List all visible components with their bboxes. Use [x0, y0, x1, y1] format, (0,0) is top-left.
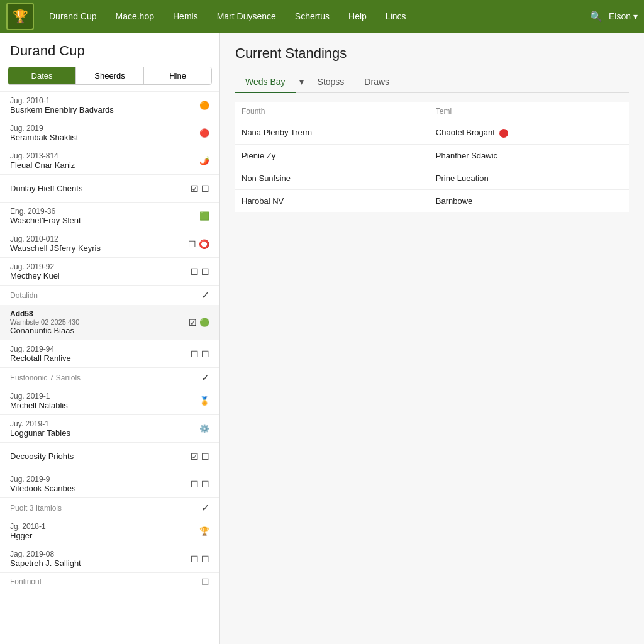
- list-item[interactable]: Juy. 2019-1 Loggunar Tables ⚙️: [0, 415, 219, 443]
- checkmark-icon: ✓: [201, 289, 209, 301]
- checkbox-icon[interactable]: ☐: [191, 554, 199, 564]
- item-icon: 🔴: [199, 128, 209, 138]
- nav-link-schertus[interactable]: Schertus: [286, 8, 338, 25]
- nav-link-durand-cup[interactable]: Durand Cup: [40, 8, 106, 25]
- red-dot-icon: [499, 129, 508, 138]
- tab-sheerds[interactable]: Sheerds: [76, 67, 144, 84]
- list-section: Jug. 2010-1 Busrkem Enenbiry Badvards 🟠 …: [0, 91, 219, 591]
- checkbox-icon2[interactable]: ☐: [201, 267, 209, 277]
- nav-links: Durand Cup Mace.hop Hemls Mart Duysence …: [40, 8, 590, 25]
- table-row: Pienie Zy Phanther Sdawic: [235, 144, 629, 167]
- standings-table: Founth Teml Nana Plenby Trerm Chaotel Br…: [235, 102, 629, 212]
- checkbox-icon[interactable]: ☐: [201, 452, 209, 462]
- left-tab-bar: Dates Sheerds Hine: [8, 67, 212, 85]
- checkbox-icon[interactable]: ☐: [191, 349, 199, 359]
- left-panel-title: Durand Cup: [0, 43, 219, 67]
- search-icon[interactable]: 🔍: [590, 11, 602, 23]
- table-cell: Nana Plenby Trerm: [235, 121, 430, 145]
- tab-hine[interactable]: Hine: [144, 67, 211, 84]
- list-item[interactable]: Jug. 2019-1 Mrchell Nalablis 🏅: [0, 387, 219, 415]
- nav-link-help[interactable]: Help: [340, 8, 375, 25]
- right-panel-title: Current Standings: [235, 45, 629, 62]
- list-item[interactable]: Jug. 2019-9 Vitedook Scanbes ☐ ☐: [0, 470, 219, 498]
- nav-link-lincs[interactable]: Lincs: [377, 8, 415, 25]
- list-item[interactable]: Jag. 2019-08 Sapetreh J. Sallight ☐ ☐: [0, 545, 219, 573]
- list-item[interactable]: Decoosity Priohts ☑ ☐: [0, 443, 219, 470]
- main-container: Durand Cup Dates Sheerds Hine Jug. 2010-…: [0, 33, 644, 644]
- tab-weds-bay[interactable]: Weds Bay: [235, 72, 296, 93]
- checkmark-icon: ✓: [201, 502, 209, 514]
- item-icon: 🟠: [199, 101, 209, 110]
- nav-link-mace-hop[interactable]: Mace.hop: [107, 8, 163, 25]
- list-item[interactable]: Jg. 2018-1 Hgger 🏆: [0, 518, 219, 545]
- user-menu[interactable]: Elson ▾: [609, 11, 638, 21]
- tab-weds-bay-dropdown[interactable]: ▾: [296, 72, 308, 93]
- right-panel: Current Standings Weds Bay ▾ Stopss Draw…: [220, 33, 644, 644]
- item-icon: 🌶️: [199, 156, 209, 165]
- table-cell: Harobal NV: [235, 189, 430, 212]
- list-item[interactable]: Dunlay Hieff Chents ☑ ☐: [0, 175, 219, 203]
- item-icon: 🏅: [199, 396, 209, 406]
- list-item[interactable]: Jug. 2010-1 Busrkem Enenbiry Badvards 🟠: [0, 92, 219, 119]
- item-icon: 🏆: [199, 526, 209, 536]
- tab-dates[interactable]: Dates: [8, 67, 76, 84]
- user-label: Elson: [609, 11, 631, 21]
- chevron-down-icon: ▾: [633, 11, 638, 21]
- checkbox-icon2[interactable]: ☐: [201, 479, 209, 489]
- standings-tab-bar: Weds Bay ▾ Stopss Draws: [235, 72, 629, 93]
- list-item[interactable]: Jug. 2019 Berambak Shaklist 🔴: [0, 119, 219, 147]
- table-row: Nana Plenby Trerm Chaotel Brogant: [235, 121, 629, 145]
- section-label: Eustononic 7 Saniols ✓: [0, 368, 219, 387]
- item-icon: 🟢: [199, 318, 209, 327]
- table-row: Non Sunfsine Prine Lueation: [235, 167, 629, 189]
- nav-logo: 🏆: [6, 3, 34, 30]
- table-cell: Phanther Sdawic: [430, 144, 629, 167]
- table-row: Harobal NV Barnbowe: [235, 189, 629, 212]
- nav-link-mart-duysence[interactable]: Mart Duysence: [208, 8, 285, 25]
- list-item[interactable]: Jug. 2010-012 Wauschell JSferry Keyris ☐…: [0, 230, 219, 258]
- checkbox-checked-icon[interactable]: ☑: [189, 318, 197, 328]
- col-header-teml: Teml: [430, 102, 629, 121]
- table-cell: Pienie Zy: [235, 144, 430, 167]
- tab-stopss[interactable]: Stopss: [308, 72, 355, 93]
- table-cell: Prine Lueation: [430, 167, 629, 189]
- checkbox-icon2[interactable]: ☐: [201, 349, 209, 359]
- table-cell: Non Sunfsine: [235, 167, 430, 189]
- checkbox-icon2[interactable]: ☐: [201, 554, 209, 564]
- table-cell: Chaotel Brogant: [430, 121, 629, 145]
- list-item[interactable]: Jug. 2013-814 Fleual Cnar Kaniz 🌶️: [0, 147, 219, 175]
- checkbox-icon[interactable]: ☐: [191, 479, 199, 489]
- nav-link-hemls[interactable]: Hemls: [164, 8, 207, 25]
- checkbox-checked-icon[interactable]: ☑: [191, 452, 199, 462]
- checkbox-icon[interactable]: ☐: [201, 184, 209, 194]
- section-label-fontinout: Fontinout ☐: [0, 573, 219, 591]
- list-item[interactable]: Eng. 2019-36 Waschet'Eray Slent 🟩: [0, 203, 219, 230]
- checkbox-icon[interactable]: ☐: [191, 267, 199, 277]
- circle-icon: ⭕: [199, 239, 209, 249]
- checkmark-icon: ✓: [201, 372, 209, 384]
- checkbox-checked-icon[interactable]: ☑: [191, 184, 199, 194]
- section-label: Puolt 3 Itamiols ✓: [0, 498, 219, 518]
- tab-draws[interactable]: Draws: [354, 72, 399, 93]
- item-icon: ⚙️: [199, 424, 209, 433]
- table-cell: Barnbowe: [430, 189, 629, 212]
- list-item[interactable]: Jug. 2019-94 Reclotall Ranlive ☐ ☐: [0, 340, 219, 368]
- checkbox-icon[interactable]: ☐: [201, 577, 209, 587]
- list-item[interactable]: Add58 Wambste 02 2025 430 Conanuntic Bia…: [0, 305, 219, 340]
- navbar: 🏆 Durand Cup Mace.hop Hemls Mart Duysenc…: [0, 0, 644, 33]
- item-icon: 🟩: [199, 211, 209, 221]
- trophy-icon: 🏆: [13, 9, 28, 24]
- nav-right: 🔍 Elson ▾: [590, 11, 638, 23]
- list-item[interactable]: Jug. 2019-92 Mecthey Kuel ☐ ☐: [0, 258, 219, 286]
- left-panel: Durand Cup Dates Sheerds Hine Jug. 2010-…: [0, 33, 220, 644]
- chevron-down-icon: ▾: [299, 77, 304, 87]
- checkbox-icon[interactable]: ☐: [188, 239, 196, 249]
- col-header-founth: Founth: [235, 102, 430, 121]
- section-label: Dotalidn ✓: [0, 286, 219, 305]
